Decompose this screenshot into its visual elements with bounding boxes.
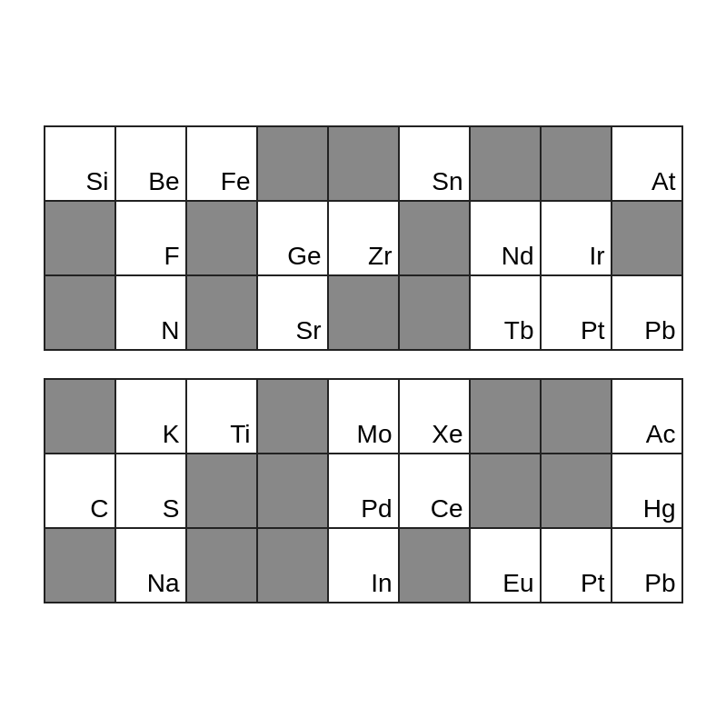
cell-xe-1-0-5: Xe: [399, 379, 470, 454]
cell-empty-0-0-3: [257, 126, 328, 201]
cell-empty-0-2-4: [328, 275, 399, 350]
cell-pb-0-2-8: Pb: [612, 275, 682, 350]
table-row: KTiMoXeAc: [45, 379, 682, 454]
cell-empty-0-1-0: [45, 201, 115, 275]
cell-empty-1-2-0: [45, 528, 115, 603]
cell-ir-0-1-7: Ir: [541, 201, 612, 275]
cell-fe-0-0-2: Fe: [186, 126, 257, 201]
cell-mo-1-0-4: Mo: [328, 379, 399, 454]
cell-empty-1-2-5: [399, 528, 470, 603]
cell-empty-1-0-6: [470, 379, 541, 454]
cell-empty-0-1-8: [612, 201, 682, 275]
cell-empty-0-1-2: [186, 201, 257, 275]
cell-k-1-0-1: K: [115, 379, 186, 454]
cell-zr-0-1-4: Zr: [328, 201, 399, 275]
cell-empty-1-1-6: [470, 454, 541, 528]
cell-empty-1-1-7: [541, 454, 612, 528]
cell-hg-1-1-8: Hg: [612, 454, 682, 528]
cell-empty-1-2-2: [186, 528, 257, 603]
table-row: FGeZrNdIr: [45, 201, 682, 275]
cell-f-0-1-1: F: [115, 201, 186, 275]
grid-2: KTiMoXeAcCSPdCeHgNaInEuPtPb: [44, 378, 683, 603]
cell-s-1-1-1: S: [115, 454, 186, 528]
main-content: SiBeFeSnAtFGeZrNdIrNSrTbPtPbKTiMoXeAcCSP…: [44, 125, 683, 603]
cell-sr-0-2-3: Sr: [257, 275, 328, 350]
cell-pt-1-2-7: Pt: [541, 528, 612, 603]
cell-empty-0-1-5: [399, 201, 470, 275]
cell-empty-1-1-3: [257, 454, 328, 528]
cell-empty-0-0-6: [470, 126, 541, 201]
cell-pd-1-1-4: Pd: [328, 454, 399, 528]
cell-si-0-0-0: Si: [45, 126, 115, 201]
cell-empty-1-0-7: [541, 379, 612, 454]
cell-empty-0-2-5: [399, 275, 470, 350]
cell-c-1-1-0: C: [45, 454, 115, 528]
cell-empty-0-0-4: [328, 126, 399, 201]
cell-ti-1-0-2: Ti: [186, 379, 257, 454]
cell-ac-1-0-8: Ac: [612, 379, 682, 454]
cell-be-0-0-1: Be: [115, 126, 186, 201]
table-row: SiBeFeSnAt: [45, 126, 682, 201]
cell-tb-0-2-6: Tb: [470, 275, 541, 350]
cell-empty-0-2-2: [186, 275, 257, 350]
cell-n-0-2-1: N: [115, 275, 186, 350]
cell-empty-0-2-0: [45, 275, 115, 350]
cell-at-0-0-8: At: [612, 126, 682, 201]
cell-empty-1-0-0: [45, 379, 115, 454]
cell-pt-0-2-7: Pt: [541, 275, 612, 350]
cell-empty-1-0-3: [257, 379, 328, 454]
cell-sn-0-0-5: Sn: [399, 126, 470, 201]
table-row: NSrTbPtPb: [45, 275, 682, 350]
cell-empty-1-1-2: [186, 454, 257, 528]
cell-nd-0-1-6: Nd: [470, 201, 541, 275]
table-row: NaInEuPtPb: [45, 528, 682, 603]
cell-ce-1-1-5: Ce: [399, 454, 470, 528]
cell-na-1-2-1: Na: [115, 528, 186, 603]
cell-empty-0-0-7: [541, 126, 612, 201]
cell-in-1-2-4: In: [328, 528, 399, 603]
table-row: CSPdCeHg: [45, 454, 682, 528]
grid-1: SiBeFeSnAtFGeZrNdIrNSrTbPtPb: [44, 125, 683, 351]
cell-ge-0-1-3: Ge: [257, 201, 328, 275]
cell-eu-1-2-6: Eu: [470, 528, 541, 603]
cell-empty-1-2-3: [257, 528, 328, 603]
cell-pb-1-2-8: Pb: [612, 528, 682, 603]
